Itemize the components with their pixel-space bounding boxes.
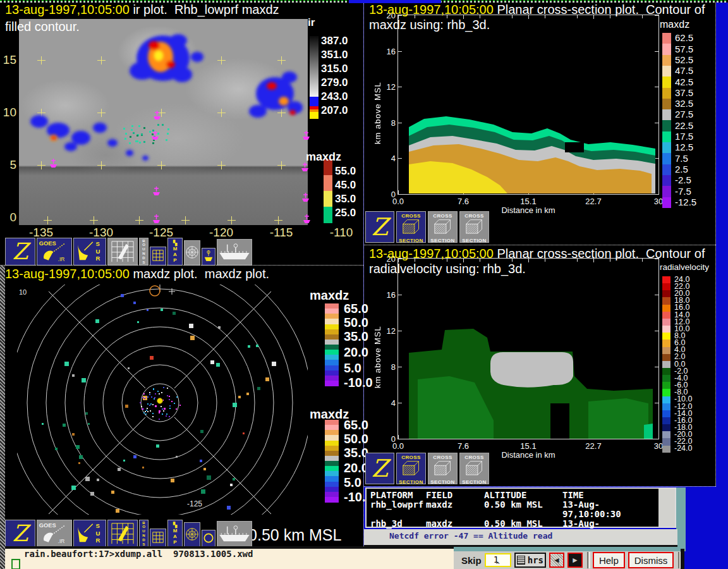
status-scrollbar[interactable] xyxy=(657,489,675,527)
xs-vel-colorbar-swatch xyxy=(662,283,670,291)
cross-section-button-1[interactable]: CROSS SECTION xyxy=(396,453,426,484)
divider xyxy=(587,552,588,568)
section-label: SECTION xyxy=(399,479,423,485)
step-forward-button[interactable]: ► xyxy=(567,553,583,568)
radar-echo-speck xyxy=(123,128,125,130)
xs-maxdz-colorbar-tick: 37.5 xyxy=(675,87,693,98)
section-label: SECTION xyxy=(430,238,454,243)
xs-vel-colorbar-swatch xyxy=(662,368,670,376)
xs-maxdz-colorbar-tick: 27.5 xyxy=(675,109,693,119)
xs-maxdz-colorbar-swatch xyxy=(662,142,671,154)
toolbar-bounds-button[interactable]: BOUNDS xyxy=(139,520,149,548)
zebra-icon: Z xyxy=(372,456,388,480)
xs-maxdz-contour-canvas[interactable] xyxy=(399,16,658,193)
map-icon: ▚MAP xyxy=(173,240,178,263)
ir-overlay-canvas[interactable] xyxy=(19,19,308,225)
ship-platform-icon xyxy=(152,214,161,224)
toolbar-zebra-button[interactable]: Z xyxy=(5,520,35,548)
cross-section-button-3[interactable]: CROSS SECTION xyxy=(459,211,489,243)
xs-maxdz-y-axis-label: km above MSL xyxy=(373,66,382,144)
tl-maxdz-swatch xyxy=(324,191,332,207)
toolbar-sur-button[interactable]: S U R xyxy=(73,520,106,548)
ship-icon xyxy=(217,523,252,546)
cross-section-button-2[interactable]: CROSS SECTION xyxy=(428,453,458,484)
polar-icon xyxy=(185,527,200,544)
xs-maxdz-title-text: Planar cross-section plot. Contour of xyxy=(494,3,705,16)
toolbar-circle-button[interactable] xyxy=(202,530,215,548)
ppi-radar-canvas[interactable] xyxy=(17,284,308,515)
section-label: SECTION xyxy=(462,238,486,243)
xs-maxdz-colorbar-swatch xyxy=(662,197,671,209)
xs-maxdz-y-tick: 4 xyxy=(379,154,396,163)
toolbar-ship-button[interactable] xyxy=(217,521,252,548)
circle-icon xyxy=(202,532,215,546)
section-label: SECTION xyxy=(462,479,486,485)
toolbar-buoy-button[interactable] xyxy=(202,248,215,266)
toolbar-radar-grid-button[interactable] xyxy=(107,520,138,548)
zebra-logo-button[interactable]: Z xyxy=(365,211,394,243)
dismiss-button[interactable]: Dismiss xyxy=(628,552,674,568)
ir-lat-tick: 5 xyxy=(1,158,16,172)
xs-maxdz-colorbar-swatch xyxy=(662,109,671,121)
divider xyxy=(0,265,363,266)
svg-text:S: S xyxy=(96,522,100,529)
radar-echo-speck xyxy=(129,142,131,144)
xs-vel-contour-canvas[interactable] xyxy=(399,259,658,439)
ppi-colorbar-1-tick: -10.0 xyxy=(344,376,373,390)
zebra-display-screen: 13-aug-1997,10:05:00 ir plot. Rhb_lowprf… xyxy=(0,0,728,569)
terminal-window[interactable]: rain.beaufort:17>xdump.all 970813.1005.x… xyxy=(5,548,454,569)
toolbar-bounds-button[interactable]: BOUNDS xyxy=(139,238,149,266)
toolbar-map-button[interactable]: ▚MAP xyxy=(167,238,183,266)
radar-echo-speck xyxy=(131,129,133,131)
toolbar-sur-button[interactable]: S U R xyxy=(73,238,106,266)
ppi-colorbar-2-tick: 50.0 xyxy=(344,432,368,446)
xs-vel-colorbar-swatch xyxy=(662,361,670,369)
ir-colorbar-gradient xyxy=(310,36,318,97)
skip-value-input[interactable]: 1^ xyxy=(485,553,511,567)
cross-section-button-3[interactable]: CROSS SECTION xyxy=(459,453,489,484)
toolbar-grid-button[interactable] xyxy=(150,529,166,548)
svg-text:S: S xyxy=(96,240,100,247)
step-back-button[interactable]: ◄ xyxy=(549,553,564,568)
svg-text:U: U xyxy=(96,529,100,536)
radar-echo-speck xyxy=(141,133,143,135)
help-button[interactable]: Help xyxy=(593,552,625,568)
toolbar-radar-grid-button[interactable] xyxy=(107,238,138,266)
toolbar-ship-button[interactable] xyxy=(217,239,252,266)
toolbar-grid-button[interactable] xyxy=(150,247,166,266)
svg-text:.IR: .IR xyxy=(58,537,65,544)
toolbar-goes-button[interactable]: GOES .IR xyxy=(37,238,72,266)
xs-vel-colorbar-label: radialvelocity xyxy=(660,262,709,272)
toolbar-goes-button[interactable]: GOES .IR xyxy=(37,520,72,548)
ship-platform-icon xyxy=(151,130,159,140)
ppi-colorbar-1-tick: 65.0 xyxy=(344,302,368,316)
radar-echo-speck xyxy=(166,139,167,141)
dialog-message: Netcdf error -47 == Altitude read xyxy=(389,531,552,541)
ppi-colorbar-2-tick: 65.0 xyxy=(344,418,368,432)
zebra-logo-button[interactable]: Z xyxy=(365,453,394,484)
toolbar-zebra-button[interactable]: Z xyxy=(5,238,35,266)
xs-maxdz-colorbar-swatch xyxy=(662,33,671,44)
toolbar-polar-button[interactable] xyxy=(184,240,200,266)
map-icon: ▚MAP xyxy=(173,522,178,545)
divider xyxy=(363,3,364,546)
terminal-command: rain.beaufort:17>xdump.all 970813.1005.x… xyxy=(24,549,253,559)
hours-unit-button[interactable]: hrs xyxy=(514,553,546,568)
cross-section-button-2[interactable]: CROSS SECTION xyxy=(428,211,458,243)
toolbar-map-button[interactable]: ▚MAP xyxy=(167,520,183,548)
terminal-cursor xyxy=(11,559,20,569)
zebra-icon: Z xyxy=(12,240,28,263)
xs-vel-x-tick: 22.7 xyxy=(578,441,609,451)
xs-vel-y-axis-label: km above MSL xyxy=(373,310,382,388)
ir-lat-tick: 10 xyxy=(1,106,16,119)
xs-vel-colorbar-swatch xyxy=(662,396,670,404)
ppi-title-text: maxdz plot. maxdz plot. xyxy=(130,267,269,281)
cross-section-button-1[interactable]: CROSS SECTION xyxy=(396,211,426,243)
tl-maxdz-swatch xyxy=(324,207,332,223)
xs-vel-colorbar-swatch xyxy=(662,417,670,425)
section-label: SECTION xyxy=(430,479,454,485)
xs-maxdz-colorbar-tick: 47.5 xyxy=(675,65,693,76)
radar-echo-speck xyxy=(136,135,138,137)
ppi-colorbar-2-label: maxdz xyxy=(310,407,349,422)
toolbar-polar-button[interactable] xyxy=(184,522,200,548)
